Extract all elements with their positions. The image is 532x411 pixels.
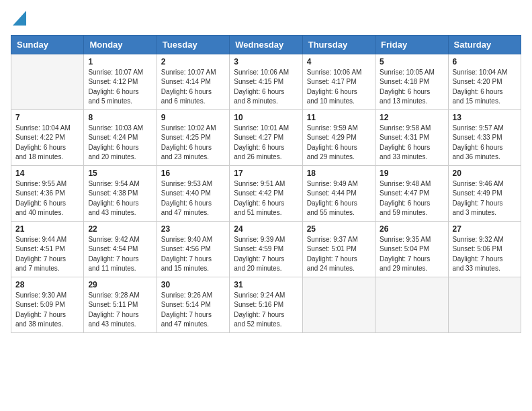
day-info: Sunrise: 9:49 AMSunset: 4:44 PMDaylight:… [307, 179, 371, 218]
calendar-cell: 13Sunrise: 9:57 AMSunset: 4:33 PMDayligh… [448, 109, 521, 165]
calendar-cell: 23Sunrise: 9:40 AMSunset: 4:56 PMDayligh… [157, 221, 229, 277]
day-info: Sunrise: 9:44 AMSunset: 4:51 PMDaylight:… [15, 235, 79, 274]
day-number: 20 [453, 169, 517, 178]
day-number: 8 [88, 113, 152, 122]
calendar-cell: 2Sunrise: 10:07 AMSunset: 4:14 PMDayligh… [157, 54, 229, 109]
calendar-cell: 1Sunrise: 10:07 AMSunset: 4:12 PMDayligh… [84, 54, 157, 109]
day-number: 14 [15, 169, 79, 178]
calendar-header-row: SundayMondayTuesdayWednesdayThursdayFrid… [11, 35, 521, 54]
day-number: 9 [161, 113, 225, 122]
page-header [11, 11, 521, 28]
calendar-header-tuesday: Tuesday [157, 35, 229, 54]
calendar-cell: 17Sunrise: 9:51 AMSunset: 4:42 PMDayligh… [230, 165, 302, 221]
calendar-cell: 25Sunrise: 9:37 AMSunset: 5:01 PMDayligh… [302, 221, 375, 277]
calendar-header-monday: Monday [84, 35, 157, 54]
calendar-body: 1Sunrise: 10:07 AMSunset: 4:12 PMDayligh… [11, 54, 521, 332]
calendar-cell: 29Sunrise: 9:28 AMSunset: 5:11 PMDayligh… [84, 277, 157, 332]
calendar-cell: 31Sunrise: 9:24 AMSunset: 5:16 PMDayligh… [230, 277, 302, 332]
day-info: Sunrise: 9:28 AMSunset: 5:11 PMDaylight:… [88, 291, 152, 330]
day-info: Sunrise: 10:07 AMSunset: 4:14 PMDaylight… [161, 68, 225, 107]
calendar-cell: 10Sunrise: 10:01 AMSunset: 4:27 PMDaylig… [230, 109, 302, 165]
day-info: Sunrise: 9:42 AMSunset: 4:54 PMDaylight:… [88, 235, 152, 274]
day-number: 31 [234, 280, 298, 289]
day-info: Sunrise: 9:39 AMSunset: 4:59 PMDaylight:… [234, 235, 298, 274]
day-number: 28 [15, 280, 79, 289]
day-info: Sunrise: 10:06 AMSunset: 4:15 PMDaylight… [234, 68, 298, 107]
calendar-cell: 5Sunrise: 10:05 AMSunset: 4:18 PMDayligh… [375, 54, 448, 109]
calendar-cell: 19Sunrise: 9:48 AMSunset: 4:47 PMDayligh… [375, 165, 448, 221]
calendar-cell: 4Sunrise: 10:06 AMSunset: 4:17 PMDayligh… [302, 54, 375, 109]
calendar-cell: 7Sunrise: 10:04 AMSunset: 4:22 PMDayligh… [11, 109, 84, 165]
calendar-cell: 11Sunrise: 9:59 AMSunset: 4:29 PMDayligh… [302, 109, 375, 165]
day-info: Sunrise: 10:04 AMSunset: 4:20 PMDaylight… [453, 68, 517, 107]
day-number: 24 [234, 224, 298, 234]
day-info: Sunrise: 9:32 AMSunset: 5:06 PMDaylight:… [453, 235, 517, 274]
day-number: 16 [161, 169, 225, 178]
calendar-cell: 22Sunrise: 9:42 AMSunset: 4:54 PMDayligh… [84, 221, 157, 277]
calendar-week-row: 21Sunrise: 9:44 AMSunset: 4:51 PMDayligh… [11, 221, 521, 277]
calendar-header-friday: Friday [375, 35, 448, 54]
calendar-cell: 12Sunrise: 9:58 AMSunset: 4:31 PMDayligh… [375, 109, 448, 165]
calendar-cell: 3Sunrise: 10:06 AMSunset: 4:15 PMDayligh… [230, 54, 302, 109]
day-number: 4 [307, 57, 371, 66]
calendar-week-row: 1Sunrise: 10:07 AMSunset: 4:12 PMDayligh… [11, 54, 521, 109]
day-number: 7 [15, 113, 79, 122]
calendar-cell [448, 277, 521, 332]
calendar-cell: 18Sunrise: 9:49 AMSunset: 4:44 PMDayligh… [302, 165, 375, 221]
svg-marker-0 [13, 11, 26, 26]
day-info: Sunrise: 9:46 AMSunset: 4:49 PMDaylight:… [453, 179, 517, 218]
day-number: 1 [88, 57, 152, 66]
calendar-header-thursday: Thursday [302, 35, 375, 54]
day-number: 12 [380, 113, 443, 122]
day-info: Sunrise: 10:03 AMSunset: 4:24 PMDaylight… [88, 124, 152, 163]
calendar-cell: 28Sunrise: 9:30 AMSunset: 5:09 PMDayligh… [11, 277, 84, 332]
day-number: 23 [161, 224, 225, 234]
day-info: Sunrise: 10:04 AMSunset: 4:22 PMDaylight… [15, 124, 79, 163]
day-info: Sunrise: 9:54 AMSunset: 4:38 PMDaylight:… [88, 179, 152, 218]
calendar-cell: 24Sunrise: 9:39 AMSunset: 4:59 PMDayligh… [230, 221, 302, 277]
calendar-cell: 15Sunrise: 9:54 AMSunset: 4:38 PMDayligh… [84, 165, 157, 221]
day-number: 2 [161, 57, 225, 66]
day-number: 25 [307, 224, 371, 234]
day-info: Sunrise: 9:30 AMSunset: 5:09 PMDaylight:… [15, 291, 79, 330]
day-number: 11 [307, 113, 371, 122]
calendar-week-row: 28Sunrise: 9:30 AMSunset: 5:09 PMDayligh… [11, 277, 521, 332]
day-number: 18 [307, 169, 371, 178]
calendar-cell: 14Sunrise: 9:55 AMSunset: 4:36 PMDayligh… [11, 165, 84, 221]
day-number: 26 [380, 224, 443, 234]
day-info: Sunrise: 9:37 AMSunset: 5:01 PMDaylight:… [307, 235, 371, 274]
day-number: 21 [15, 224, 79, 234]
day-info: Sunrise: 9:55 AMSunset: 4:36 PMDaylight:… [15, 179, 79, 218]
day-info: Sunrise: 9:51 AMSunset: 4:42 PMDaylight:… [234, 179, 298, 218]
day-number: 15 [88, 169, 152, 178]
day-number: 19 [380, 169, 443, 178]
day-number: 5 [380, 57, 443, 66]
day-info: Sunrise: 9:40 AMSunset: 4:56 PMDaylight:… [161, 235, 225, 274]
calendar-cell [302, 277, 375, 332]
calendar-cell: 30Sunrise: 9:26 AMSunset: 5:14 PMDayligh… [157, 277, 229, 332]
day-info: Sunrise: 9:58 AMSunset: 4:31 PMDaylight:… [380, 124, 443, 163]
calendar-header-sunday: Sunday [11, 35, 84, 54]
day-info: Sunrise: 10:05 AMSunset: 4:18 PMDaylight… [380, 68, 443, 107]
calendar-week-row: 14Sunrise: 9:55 AMSunset: 4:36 PMDayligh… [11, 165, 521, 221]
calendar-header-wednesday: Wednesday [230, 35, 302, 54]
day-number: 22 [88, 224, 152, 234]
day-number: 10 [234, 113, 298, 122]
calendar-cell: 6Sunrise: 10:04 AMSunset: 4:20 PMDayligh… [448, 54, 521, 109]
day-info: Sunrise: 9:26 AMSunset: 5:14 PMDaylight:… [161, 291, 225, 330]
calendar-cell: 20Sunrise: 9:46 AMSunset: 4:49 PMDayligh… [448, 165, 521, 221]
calendar-cell: 9Sunrise: 10:02 AMSunset: 4:25 PMDayligh… [157, 109, 229, 165]
calendar-week-row: 7Sunrise: 10:04 AMSunset: 4:22 PMDayligh… [11, 109, 521, 165]
day-number: 30 [161, 280, 225, 289]
day-info: Sunrise: 9:59 AMSunset: 4:29 PMDaylight:… [307, 124, 371, 163]
day-info: Sunrise: 9:24 AMSunset: 5:16 PMDaylight:… [234, 291, 298, 330]
calendar-cell: 21Sunrise: 9:44 AMSunset: 4:51 PMDayligh… [11, 221, 84, 277]
day-info: Sunrise: 9:35 AMSunset: 5:04 PMDaylight:… [380, 235, 443, 274]
day-info: Sunrise: 9:48 AMSunset: 4:47 PMDaylight:… [380, 179, 443, 218]
calendar-cell [375, 277, 448, 332]
calendar-cell: 8Sunrise: 10:03 AMSunset: 4:24 PMDayligh… [84, 109, 157, 165]
day-number: 13 [453, 113, 517, 122]
logo [11, 11, 26, 28]
day-info: Sunrise: 10:01 AMSunset: 4:27 PMDaylight… [234, 124, 298, 163]
day-info: Sunrise: 9:57 AMSunset: 4:33 PMDaylight:… [453, 124, 517, 163]
